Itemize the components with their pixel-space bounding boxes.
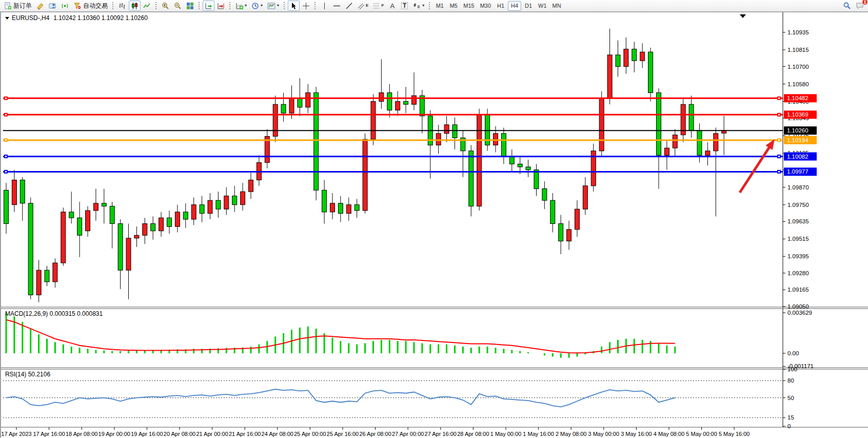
notification-badge: 1 <box>862 0 868 5</box>
tile-windows-button[interactable] <box>184 1 196 11</box>
svg-text:100: 100 <box>787 366 797 372</box>
tf-button-h1[interactable]: H1 <box>494 1 507 11</box>
indicators-caret-icon: ▾ <box>245 4 247 8</box>
chat-button[interactable]: 1 <box>854 1 866 11</box>
tf-button-m30[interactable]: M30 <box>478 1 494 11</box>
tf-button-m1[interactable]: M1 <box>433 1 446 11</box>
search-button[interactable] <box>841 1 853 11</box>
strategy-tester-icon <box>49 2 56 10</box>
toolbar-grip <box>112 2 114 10</box>
svg-text:50: 50 <box>787 395 794 401</box>
svg-text:15: 15 <box>787 414 794 421</box>
alerts-button[interactable] <box>59 1 71 11</box>
svg-text:1.10260: 1.10260 <box>787 127 808 134</box>
svg-text:1.09977: 1.09977 <box>787 168 808 175</box>
svg-text:21 Apr 16:00: 21 Apr 16:00 <box>229 431 261 437</box>
strategy-tester-button[interactable] <box>47 1 58 11</box>
ohlc-values: 1.10242 1.10360 1.10092 1.10260 <box>53 14 148 22</box>
svg-text:17 Apr 2023: 17 Apr 2023 <box>1 431 31 437</box>
tf-button-d1[interactable]: D1 <box>522 1 535 11</box>
fibonacci-icon <box>373 2 380 10</box>
cursor-button[interactable] <box>288 1 300 11</box>
right-tools-group: 1 <box>841 0 866 12</box>
svg-text:18 Apr 08:00: 18 Apr 08:00 <box>66 431 97 437</box>
zoom-out-button[interactable] <box>172 1 184 11</box>
svg-text:20 Apr 08:00: 20 Apr 08:00 <box>164 431 195 437</box>
vertical-line-button[interactable] <box>319 1 330 11</box>
autotrading-button[interactable]: 自动交易 <box>71 1 110 11</box>
rsi-header: RSI(14) 50.2106 <box>5 371 50 378</box>
new-order-button[interactable]: 新订单 <box>2 1 34 11</box>
svg-text:4 May 08:00: 4 May 08:00 <box>654 431 685 437</box>
svg-text:3 May 16:00: 3 May 16:00 <box>621 431 652 437</box>
candlestick-chart-button[interactable] <box>129 1 141 11</box>
svg-text:1.10194: 1.10194 <box>787 137 808 143</box>
alerts-icon <box>61 2 69 10</box>
symbol-dropdown-icon[interactable] <box>5 17 9 20</box>
svg-text:27 Apr 16:00: 27 Apr 16:00 <box>425 431 457 437</box>
metaeditor-icon <box>36 2 44 10</box>
indicators-button[interactable]: ▾ <box>233 1 249 11</box>
chart-canvas[interactable]: 1.109351.108151.107001.105801.104601.103… <box>1 12 868 438</box>
fibonacci-button[interactable]: F <box>371 1 386 11</box>
clock-icon <box>251 2 259 10</box>
metaeditor-button[interactable] <box>34 1 46 11</box>
auto-scroll-icon <box>205 2 212 10</box>
toolbar-grip <box>428 2 431 10</box>
svg-text:1.09635: 1.09635 <box>787 218 809 224</box>
svg-text:2 May 08:00: 2 May 08:00 <box>556 431 587 437</box>
svg-text:1.09050: 1.09050 <box>787 303 809 310</box>
horizontal-line-icon <box>333 2 341 10</box>
periods-button[interactable]: ▾ <box>249 1 265 11</box>
svg-text:1.09750: 1.09750 <box>787 202 809 208</box>
objects-group <box>288 0 312 12</box>
chart-window: 1.109351.108151.107001.105801.104601.103… <box>0 12 868 438</box>
svg-text:19 Apr 00:00: 19 Apr 00:00 <box>98 431 130 437</box>
tf-button-m5[interactable]: M5 <box>447 1 460 11</box>
zoom-out-icon <box>174 2 182 10</box>
text-label-button[interactable]: T <box>399 1 410 11</box>
text-button[interactable]: A <box>386 1 398 11</box>
horizontal-line-button[interactable] <box>331 1 343 11</box>
bar-chart-button[interactable] <box>116 1 128 11</box>
svg-text:26 Apr 08:00: 26 Apr 08:00 <box>359 431 391 437</box>
crosshair-icon <box>302 2 310 10</box>
toolbar-grip <box>314 2 317 10</box>
new-order-icon <box>4 2 12 10</box>
toolbar-grip <box>155 2 157 10</box>
equidistant-channel-button[interactable]: E <box>356 1 370 11</box>
tf-button-h4[interactable]: H4 <box>508 1 521 11</box>
panel-frames <box>1 12 868 438</box>
svg-text:17 Apr 16:00: 17 Apr 16:00 <box>33 431 65 437</box>
macd-values: 0.000315 0.000831 <box>50 310 103 317</box>
toolbar-grip <box>198 2 201 10</box>
templates-caret-icon: ▾ <box>277 4 279 8</box>
autotrading-label: 自动交易 <box>83 2 108 10</box>
chart-shift-button[interactable] <box>215 1 227 11</box>
auto-scroll-button[interactable] <box>203 1 214 11</box>
templates-button[interactable]: ▾ <box>265 1 281 11</box>
svg-text:21 Apr 00:00: 21 Apr 00:00 <box>196 431 228 437</box>
svg-text:0: 0 <box>787 423 791 429</box>
line-chart-button[interactable] <box>141 1 153 11</box>
zoom-in-button[interactable] <box>160 1 171 11</box>
channel-glyph: E <box>366 4 368 8</box>
toolbar-grip <box>229 2 231 10</box>
svg-text:1.09515: 1.09515 <box>787 236 809 242</box>
tf-button-w1[interactable]: W1 <box>536 1 549 11</box>
svg-text:25 Apr 16:00: 25 Apr 16:00 <box>327 431 359 437</box>
scroll-group <box>203 0 227 12</box>
toolbar: 新订单 自动交易 <box>0 0 868 12</box>
zoom-in-icon <box>162 2 169 10</box>
tf-button-mn[interactable]: MN <box>550 1 564 11</box>
svg-text:1.10482: 1.10482 <box>787 95 808 101</box>
symbol-label: EURUSD-,H4 <box>12 14 49 22</box>
svg-text:1.09165: 1.09165 <box>787 287 809 293</box>
trendline-button[interactable] <box>343 1 355 11</box>
insert-group: ▾ ▾ ▾ <box>233 0 281 12</box>
new-order-label: 新订单 <box>13 2 32 10</box>
arrows-button[interactable]: ▾ <box>411 1 426 11</box>
crosshair-button[interactable] <box>300 1 312 11</box>
tf-button-m15[interactable]: M15 <box>461 1 477 11</box>
search-icon <box>843 2 851 10</box>
